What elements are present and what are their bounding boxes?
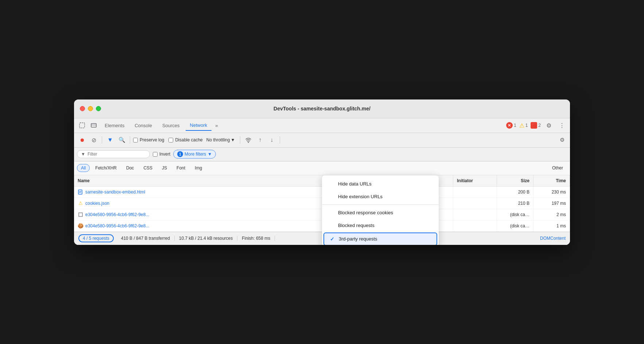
dropdown-item-hide-extension-urls[interactable]: Hide extension URLs bbox=[322, 190, 439, 203]
dropdown-item-3rd-party-requests[interactable]: ✓ 3rd-party requests bbox=[323, 232, 437, 245]
tab-console[interactable]: Console bbox=[130, 121, 156, 130]
error-icon: ✕ bbox=[506, 122, 513, 129]
settings-icon[interactable]: ⚙ bbox=[544, 120, 554, 130]
type-btn-fetch-xhr[interactable]: Fetch/XHR bbox=[91, 164, 121, 172]
cell-initiator-3 bbox=[453, 209, 497, 220]
dropdown-separator bbox=[322, 204, 439, 205]
disable-cache-checkbox[interactable] bbox=[168, 138, 173, 142]
cell-initiator-1 bbox=[453, 187, 497, 198]
disable-cache-label[interactable]: Disable cache bbox=[168, 137, 202, 142]
warning-row-icon: ⚠ bbox=[78, 200, 84, 206]
type-btn-other[interactable]: Other bbox=[548, 164, 567, 172]
cell-time-3: 2 ms bbox=[534, 209, 570, 220]
more-options-icon[interactable]: ⋮ bbox=[557, 120, 567, 130]
file-link-3[interactable]: e304e580-9956-4cb6-9f62-9e8... bbox=[85, 212, 149, 217]
network-conditions-icon[interactable] bbox=[243, 135, 253, 145]
check-mark-icon: ✓ bbox=[330, 236, 336, 242]
warning-icon: ⚠ bbox=[519, 122, 524, 129]
dropdown-item-blocked-requests[interactable]: Blocked requests bbox=[322, 219, 439, 232]
tab-elements[interactable]: Elements bbox=[100, 121, 129, 130]
svg-rect-0 bbox=[79, 123, 85, 128]
tab-more[interactable]: » bbox=[213, 121, 220, 130]
toolbar-divider-4 bbox=[280, 136, 280, 144]
cell-size-4: (disk ca… bbox=[497, 220, 534, 231]
preserve-log-checkbox[interactable] bbox=[133, 138, 138, 142]
filter-input[interactable] bbox=[88, 152, 146, 157]
layers-icon[interactable] bbox=[89, 120, 99, 130]
tab-bar-right: ✕ 1 ⚠ 1 🚫 2 ⚙ ⋮ bbox=[506, 120, 567, 130]
column-initiator[interactable]: Initiator bbox=[453, 175, 497, 186]
clear-icon[interactable]: ⊘ bbox=[89, 135, 99, 145]
invert-label[interactable]: Invert bbox=[153, 152, 170, 157]
window-title: DevTools - samesite-sandbox.glitch.me/ bbox=[273, 106, 371, 112]
cell-size-3: (disk ca… bbox=[497, 209, 534, 220]
more-filters-count-badge: 1 bbox=[177, 151, 183, 157]
finish-time: Finish: 658 ms bbox=[237, 236, 275, 241]
more-filters-button[interactable]: 1 More filters ▼ bbox=[173, 150, 216, 159]
filter-bar: ▼ Invert 1 More filters ▼ bbox=[74, 148, 570, 161]
transferred-info: 410 B / 847 B transferred bbox=[117, 236, 175, 241]
toolbar-divider-1 bbox=[102, 136, 102, 144]
throttle-dropdown[interactable]: No throttling ▼ bbox=[204, 136, 237, 144]
dropdown-item-blocked-response-cookies[interactable]: Blocked response cookies bbox=[322, 206, 439, 219]
more-filters-chevron-icon: ▼ bbox=[207, 152, 212, 157]
type-btn-all[interactable]: All bbox=[77, 164, 90, 172]
cell-time-4: 1 ms bbox=[534, 220, 570, 231]
cell-initiator-4 bbox=[453, 220, 497, 231]
filter-active-icon[interactable]: ▼ bbox=[105, 135, 115, 145]
import-har-icon[interactable]: ↑ bbox=[255, 135, 265, 145]
error-badge: ✕ 1 bbox=[506, 122, 516, 129]
filter-funnel-icon: ▼ bbox=[81, 152, 85, 157]
network-toolbar: ⏺ ⊘ ▼ 🔍 Preserve log Disable cache No th… bbox=[74, 133, 570, 148]
tab-bar: Elements Console Sources Network » ✕ 1 ⚠… bbox=[74, 118, 570, 133]
svg-point-3 bbox=[248, 142, 249, 143]
type-btn-doc[interactable]: Doc bbox=[122, 164, 138, 172]
type-btn-js[interactable]: JS bbox=[158, 164, 171, 172]
tab-network[interactable]: Network bbox=[186, 120, 212, 131]
record-stop-icon[interactable]: ⏺ bbox=[77, 135, 87, 145]
type-btn-css[interactable]: CSS bbox=[139, 164, 156, 172]
column-time[interactable]: Time bbox=[534, 175, 570, 186]
devtools-body: Elements Console Sources Network » ✕ 1 ⚠… bbox=[74, 118, 570, 245]
blocked-icon: 🚫 bbox=[531, 122, 537, 129]
cell-time-1: 230 ms bbox=[534, 187, 570, 198]
preserve-log-label[interactable]: Preserve log bbox=[133, 137, 164, 142]
invert-checkbox[interactable] bbox=[153, 152, 158, 157]
warning-count: 1 bbox=[525, 123, 528, 128]
blocked-badge: 🚫 2 bbox=[531, 122, 541, 129]
svg-rect-1 bbox=[91, 124, 96, 127]
titlebar: DevTools - samesite-sandbox.glitch.me/ bbox=[74, 99, 570, 118]
cookie-icon: 🍪 bbox=[78, 223, 84, 229]
file-link-4[interactable]: e304e580-9956-4cb6-9f62-9e8... bbox=[85, 223, 149, 228]
toolbar-divider-2 bbox=[130, 136, 130, 144]
warning-badge: ⚠ 1 bbox=[519, 122, 528, 129]
network-settings-icon[interactable]: ⚙ bbox=[557, 135, 567, 145]
type-btn-font[interactable]: Font bbox=[172, 164, 189, 172]
more-filters-dropdown: Hide data URLs Hide extension URLs Block… bbox=[322, 175, 439, 245]
resources-info: 10.7 kB / 21.4 kB resources bbox=[175, 236, 237, 241]
maximize-button[interactable] bbox=[96, 106, 101, 111]
domcontent-link[interactable]: DOMContent bbox=[536, 236, 566, 241]
requests-count[interactable]: 4 / 5 requests bbox=[78, 234, 114, 242]
type-btn-img[interactable]: Img bbox=[191, 164, 206, 172]
error-count: 1 bbox=[514, 123, 516, 128]
export-har-icon[interactable]: ↓ bbox=[267, 135, 277, 145]
traffic-lights bbox=[80, 106, 101, 111]
column-size[interactable]: Size bbox=[497, 175, 534, 186]
dropdown-item-hide-data-urls[interactable]: Hide data URLs bbox=[322, 177, 439, 190]
doc-icon bbox=[78, 189, 84, 195]
search-icon[interactable]: 🔍 bbox=[117, 135, 127, 145]
toolbar-divider-3 bbox=[240, 136, 240, 144]
cell-size-2: 210 B bbox=[497, 198, 534, 209]
square-icon bbox=[78, 212, 84, 218]
minimize-button[interactable] bbox=[88, 106, 93, 111]
tab-sources[interactable]: Sources bbox=[158, 121, 184, 130]
file-link-1[interactable]: samesite-sandbox-embed.html bbox=[85, 189, 145, 195]
cursor-icon[interactable] bbox=[77, 120, 87, 130]
cell-size-1: 200 B bbox=[497, 187, 534, 198]
devtools-window: DevTools - samesite-sandbox.glitch.me/ E… bbox=[74, 99, 570, 245]
cell-time-2: 197 ms bbox=[534, 198, 570, 209]
file-link-2[interactable]: cookies.json bbox=[85, 201, 109, 206]
close-button[interactable] bbox=[80, 106, 85, 111]
chevron-down-icon: ▼ bbox=[230, 137, 235, 142]
